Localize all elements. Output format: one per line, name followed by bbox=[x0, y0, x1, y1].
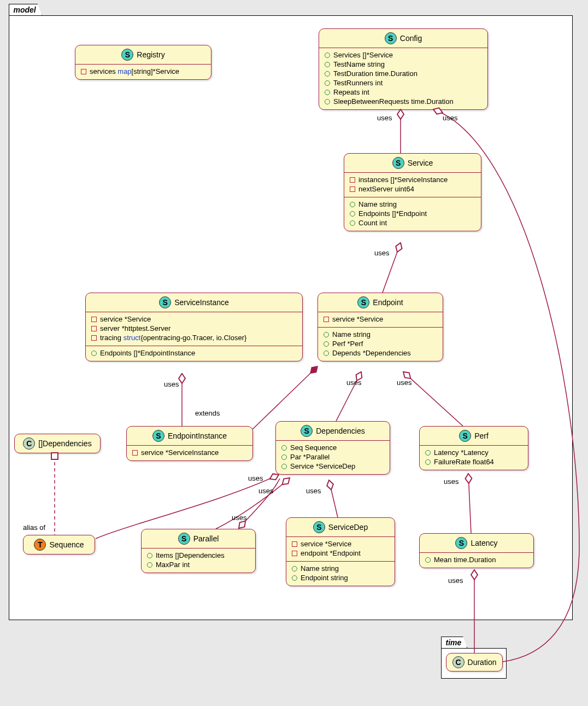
class-title-text: EndpointInstance bbox=[168, 431, 227, 440]
visibility-private-icon bbox=[91, 317, 97, 322]
class-title-text: []Dependencies bbox=[38, 439, 91, 448]
visibility-public-icon bbox=[350, 220, 355, 226]
visibility-public-icon bbox=[324, 341, 329, 347]
struct-icon: S bbox=[159, 296, 171, 308]
class-serviceinstance: S ServiceInstance service *Service serve… bbox=[85, 293, 303, 361]
visibility-private-icon bbox=[350, 186, 355, 192]
class-service: S Service instances []*ServiceInstance n… bbox=[344, 153, 481, 231]
edge-label: uses bbox=[374, 249, 389, 257]
package-time-label: time bbox=[446, 638, 462, 647]
edge-label: uses bbox=[164, 380, 179, 388]
edge-label: uses bbox=[346, 378, 361, 387]
visibility-private-icon bbox=[91, 326, 97, 331]
struct-icon: S bbox=[392, 157, 404, 169]
visibility-public-icon bbox=[325, 90, 330, 95]
edge-label: uses bbox=[443, 114, 457, 122]
visibility-public-icon bbox=[324, 332, 329, 337]
class-endpointinstance: S EndpointInstance service *ServiceInsta… bbox=[126, 426, 253, 461]
edge-label: uses bbox=[306, 487, 321, 495]
class-parallel: S Parallel Items []Dependencies MaxPar i… bbox=[141, 529, 256, 573]
visibility-public-icon bbox=[91, 351, 97, 356]
visibility-public-icon bbox=[325, 62, 330, 67]
collection-icon: C bbox=[452, 656, 464, 668]
class-title-text: Service bbox=[408, 159, 433, 167]
visibility-public-icon bbox=[425, 557, 431, 563]
edge-label: uses bbox=[377, 114, 392, 122]
class-dependencies-slice: C []Dependencies bbox=[14, 434, 101, 453]
class-title-text: Dependencies bbox=[316, 427, 365, 435]
struct-icon: S bbox=[385, 32, 397, 44]
visibility-public-icon bbox=[292, 566, 297, 571]
visibility-public-icon bbox=[325, 52, 330, 58]
class-title-text: Sequence bbox=[49, 540, 84, 549]
class-config: S Config Services []*Service TestName st… bbox=[319, 28, 488, 110]
visibility-public-icon bbox=[325, 71, 330, 77]
class-title-text: Registry bbox=[137, 50, 164, 59]
visibility-public-icon bbox=[350, 202, 355, 207]
visibility-private-icon bbox=[350, 177, 355, 183]
class-title-text: Latency bbox=[471, 539, 497, 547]
struct-icon: S bbox=[152, 430, 164, 442]
visibility-public-icon bbox=[281, 454, 287, 460]
struct-icon: S bbox=[178, 533, 190, 545]
class-latency: S Latency Mean time.Duration bbox=[419, 533, 534, 568]
edge-label: extends bbox=[195, 409, 220, 417]
visibility-private-icon bbox=[132, 450, 138, 456]
class-title-text: Duration bbox=[468, 658, 497, 667]
visibility-private-icon bbox=[81, 69, 86, 74]
struct-icon: S bbox=[121, 49, 133, 61]
class-title-text: Endpoint bbox=[373, 298, 403, 307]
visibility-public-icon bbox=[281, 464, 287, 469]
class-title-text: Perf bbox=[474, 431, 489, 440]
visibility-public-icon bbox=[425, 459, 431, 465]
edge-label: uses bbox=[248, 474, 263, 482]
visibility-public-icon bbox=[281, 445, 287, 451]
package-model-tab: model bbox=[9, 4, 42, 15]
visibility-private-icon bbox=[292, 541, 297, 547]
class-registry: S Registry services map[string]*Service bbox=[75, 45, 211, 80]
class-title-text: ServiceInstance bbox=[174, 298, 229, 307]
class-title-text: Parallel bbox=[193, 534, 219, 543]
visibility-public-icon bbox=[147, 553, 152, 558]
visibility-private-icon bbox=[292, 551, 297, 556]
visibility-public-icon bbox=[425, 450, 431, 456]
visibility-public-icon bbox=[325, 99, 330, 104]
type-icon: T bbox=[34, 539, 46, 551]
struct-icon: S bbox=[357, 296, 369, 308]
visibility-public-icon bbox=[147, 562, 152, 568]
package-model-label: model bbox=[14, 5, 36, 14]
struct-icon: S bbox=[301, 425, 313, 437]
class-title-text: ServiceDep bbox=[328, 523, 368, 532]
class-sequence: T Sequence bbox=[23, 535, 95, 555]
edge-label: uses bbox=[448, 576, 463, 585]
edge-label: uses bbox=[258, 487, 273, 495]
struct-icon: S bbox=[313, 521, 325, 533]
visibility-public-icon bbox=[325, 80, 330, 86]
class-dependencies: S Dependencies Seq Sequence Par *Paralle… bbox=[275, 421, 390, 475]
class-endpoint: S Endpoint service *Service Name string … bbox=[317, 293, 443, 361]
attr: services map[string]*Service bbox=[81, 67, 205, 76]
class-title-text: Config bbox=[400, 34, 422, 43]
visibility-public-icon bbox=[350, 211, 355, 217]
package-time-tab: time bbox=[441, 637, 468, 648]
struct-icon: S bbox=[455, 537, 467, 549]
edge-label: uses bbox=[397, 378, 411, 387]
visibility-public-icon bbox=[292, 575, 297, 581]
edge-label: uses bbox=[232, 514, 246, 522]
class-duration: C Duration bbox=[446, 653, 503, 672]
edge-label: uses bbox=[444, 477, 458, 486]
collection-icon: C bbox=[23, 437, 35, 450]
visibility-private-icon bbox=[324, 317, 329, 322]
visibility-public-icon bbox=[324, 351, 329, 356]
class-servicedep: S ServiceDep service *Service endpoint *… bbox=[286, 517, 395, 586]
class-perf: S Perf Latency *Latency FailureRate floa… bbox=[419, 426, 528, 470]
edge-label: alias of bbox=[23, 523, 45, 532]
visibility-private-icon bbox=[91, 335, 97, 341]
struct-icon: S bbox=[459, 430, 471, 442]
